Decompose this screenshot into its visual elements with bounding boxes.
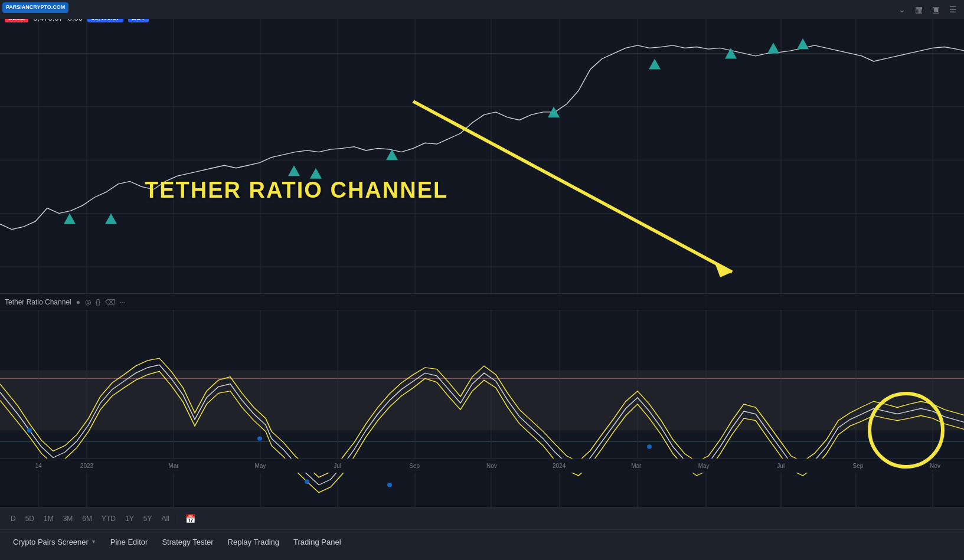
tf-1m-btn[interactable]: 1M <box>40 513 57 524</box>
tf-5d-btn[interactable]: 5D <box>22 513 38 524</box>
indicator-label-bar: Tether Ratio Channel ● ◎ {} ⌫ ··· <box>0 294 964 310</box>
svg-point-50 <box>305 480 309 484</box>
time-axis: 14 2023 Mar May Jul Sep Nov 2024 Mar May… <box>0 459 964 473</box>
more-icon[interactable]: ··· <box>120 298 126 306</box>
time-label-14: 14 <box>35 463 42 469</box>
calendar-icon[interactable]: 📅 <box>185 514 195 523</box>
indicator-name: Tether Ratio Channel <box>5 298 71 306</box>
tf-3m-btn[interactable]: 3M <box>60 513 77 524</box>
svg-rect-32 <box>0 371 964 431</box>
crypto-pairs-label: Crypto Pairs Screener <box>13 538 89 546</box>
time-label-nov: Nov <box>486 463 497 469</box>
svg-point-53 <box>647 445 652 449</box>
time-label-jul: Jul <box>334 463 341 469</box>
svg-rect-0 <box>0 0 964 293</box>
nav-replay-trading[interactable]: Replay Trading <box>222 535 285 549</box>
svg-point-51 <box>387 483 392 487</box>
time-label-mar: Mar <box>168 463 178 469</box>
timeframe-bar: D 5D 1M 3M 6M YTD 1Y 5Y All 📅 <box>0 507 964 530</box>
nav-bar: Crypto Pairs Screener ▼ Pine Editor Stra… <box>0 530 964 554</box>
chevron-down-icon[interactable]: ⌄ <box>898 5 906 14</box>
indicator-chart[interactable]: Tether Ratio Channel ● ◎ {} ⌫ ··· <box>0 294 964 507</box>
tf-d-btn[interactable]: D <box>7 513 19 524</box>
eye-icon[interactable]: ● <box>76 298 80 306</box>
trash-icon[interactable]: ⌫ <box>105 298 115 306</box>
grid-4-icon[interactable]: ▣ <box>932 5 940 14</box>
time-label-2023: 2023 <box>80 463 93 469</box>
timeframe-separator <box>178 514 178 523</box>
time-label-mar2: Mar <box>631 463 641 469</box>
tf-5y-btn[interactable]: 5Y <box>140 513 156 524</box>
nav-strategy-tester[interactable]: Strategy Tester <box>156 535 219 549</box>
nav-crypto-pairs-screener[interactable]: Crypto Pairs Screener ▼ <box>7 535 102 549</box>
svg-point-48 <box>27 428 32 433</box>
tf-6m-btn[interactable]: 6M <box>79 513 96 524</box>
braces-icon[interactable]: {} <box>96 298 100 306</box>
time-label-2024: 2024 <box>553 463 566 469</box>
time-label-sep: Sep <box>409 463 420 469</box>
time-label-jul2: Jul <box>777 463 785 469</box>
time-label-may2: May <box>698 463 710 469</box>
tf-all-btn[interactable]: All <box>158 513 172 524</box>
tf-1y-btn[interactable]: 1Y <box>122 513 138 524</box>
time-label-sep2: Sep <box>852 463 863 469</box>
nav-trading-panel[interactable]: Trading Panel <box>287 535 347 549</box>
menu-icon[interactable]: ☰ <box>949 5 957 14</box>
grid-2-icon[interactable]: ▦ <box>915 5 923 14</box>
target-icon[interactable]: ◎ <box>85 298 91 306</box>
tf-ytd-btn[interactable]: YTD <box>98 513 119 524</box>
site-logo: PARSIANCRYPTO.COM <box>2 2 68 13</box>
chevron-down-icon: ▼ <box>91 539 96 545</box>
top-bar: ⌄ ▦ ▣ ☰ <box>0 0 964 19</box>
nav-pine-editor[interactable]: Pine Editor <box>104 535 154 549</box>
svg-point-49 <box>257 437 262 441</box>
chart-container: BTC/U.S. Dollar 1H INDEX SELL 0,470.67 0… <box>0 0 964 507</box>
time-label-may: May <box>254 463 266 469</box>
bottom-toolbar: D 5D 1M 3M 6M YTD 1Y 5Y All 📅 Crypto Pai… <box>0 507 964 560</box>
time-label-nov2: Nov <box>930 463 940 469</box>
main-chart[interactable]: BTC/U.S. Dollar 1H INDEX SELL 0,470.67 0… <box>0 0 964 294</box>
